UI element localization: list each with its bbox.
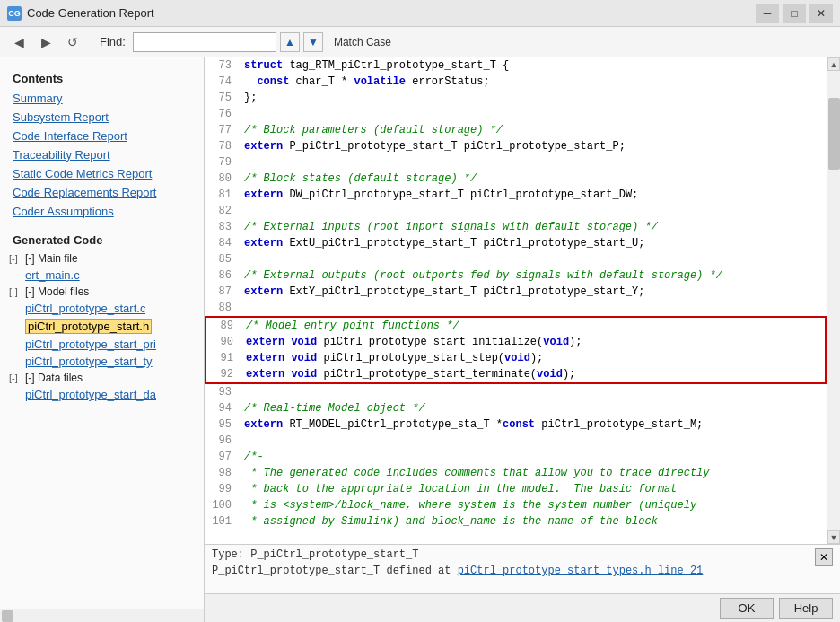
line-num-81: 81 xyxy=(205,187,241,203)
line-code-78: extern P_piCtrl_prototype_start_T piCtrl… xyxy=(241,138,827,154)
code-line-87: 87extern ExtY_piCtrl_prototype_start_T p… xyxy=(205,284,827,300)
main-files-toggle[interactable]: [-] [-] Main file xyxy=(0,250,204,267)
nav-link-traceability-report[interactable]: Traceability Report xyxy=(0,145,204,164)
line-num-73: 73 xyxy=(205,57,241,74)
left-panel: Contents SummarySubsystem ReportCode Int… xyxy=(0,57,205,622)
line-code-94: /* Real-time Model object */ xyxy=(241,400,827,416)
code-line-90: 90extern void piCtrl_prototype_start_ini… xyxy=(206,334,825,350)
line-num-82: 82 xyxy=(205,203,241,219)
ok-button[interactable]: OK xyxy=(720,598,774,619)
model-files-toggle-icon: [-] xyxy=(9,286,22,297)
line-num-97: 97 xyxy=(205,449,241,465)
line-num-84: 84 xyxy=(205,235,241,251)
line-num-78: 78 xyxy=(205,138,241,154)
line-num-95: 95 xyxy=(205,416,241,433)
code-line-88: 88 xyxy=(205,300,827,316)
file-ert-main[interactable]: ert_main.c xyxy=(0,267,204,284)
nav-link-code-interface-report[interactable]: Code Interface Report xyxy=(0,127,204,145)
line-num-74: 74 xyxy=(205,74,241,90)
title-bar: CG Code Generation Report ─ □ ✕ xyxy=(0,0,840,27)
line-num-89: 89 xyxy=(206,318,242,334)
code-line-85: 85 xyxy=(205,251,827,267)
model-files-toggle[interactable]: [-] [-] Model files xyxy=(0,284,204,300)
find-down-button[interactable]: ▼ xyxy=(303,32,323,52)
vscroll-down[interactable]: ▼ xyxy=(827,530,840,544)
code-line-91: 91extern void piCtrl_prototype_start_ste… xyxy=(206,350,825,366)
line-code-90: extern void piCtrl_prototype_start_initi… xyxy=(242,334,825,350)
line-num-85: 85 xyxy=(205,251,241,267)
code-line-101: 101 * assigned by Simulink) and block_na… xyxy=(205,513,827,530)
line-num-80: 80 xyxy=(205,171,241,187)
info-definition-link[interactable]: piCtrl_prototype_start_types.h line 21 xyxy=(458,565,704,577)
line-code-100: * is <system>/block_name, where system i… xyxy=(241,497,827,513)
line-num-91: 91 xyxy=(206,350,242,366)
code-line-76: 76 xyxy=(205,106,827,122)
line-num-100: 100 xyxy=(205,497,241,513)
code-line-84: 84extern ExtU_piCtrl_prototype_start_T p… xyxy=(205,235,827,251)
nav-link-subsystem-report[interactable]: Subsystem Report xyxy=(0,108,204,127)
refresh-button[interactable]: ↺ xyxy=(61,31,84,54)
maximize-button[interactable]: □ xyxy=(783,4,806,23)
find-input[interactable] xyxy=(133,32,276,52)
line-num-87: 87 xyxy=(205,284,241,300)
vscroll-track xyxy=(827,71,840,530)
minimize-button[interactable]: ─ xyxy=(756,4,779,23)
line-code-92: extern void piCtrl_prototype_start_termi… xyxy=(242,366,825,382)
code-line-98: 98 * The generated code includes comment… xyxy=(205,465,827,481)
line-num-75: 75 xyxy=(205,90,241,106)
model-files: piCtrl_prototype_start.cpiCtrl_prototype… xyxy=(0,300,204,370)
match-case-button[interactable]: Match Case xyxy=(327,32,398,52)
line-num-92: 92 xyxy=(206,366,242,382)
line-num-79: 79 xyxy=(205,154,241,171)
title-bar-controls: ─ □ ✕ xyxy=(756,4,833,23)
main-files-toggle-icon: [-] xyxy=(9,253,22,264)
find-up-button[interactable]: ▲ xyxy=(280,32,300,52)
highlight-box: 89/* Model entry point functions */90ext… xyxy=(205,316,827,384)
left-hscroll[interactable] xyxy=(0,609,204,622)
generated-code-section: Generated Code [-] [-] Main file ert_mai… xyxy=(0,230,204,403)
file-pictrl-start-da[interactable]: piCtrl_prototype_start_da xyxy=(0,386,204,403)
data-files-toggle[interactable]: [-] [-] Data files xyxy=(0,370,204,386)
generated-code-title: Generated Code xyxy=(0,230,204,250)
file-pictrl-start-c[interactable]: piCtrl_prototype_start.c xyxy=(0,300,204,317)
line-code-80: /* Block states (default storage) */ xyxy=(241,171,827,187)
nav-link-summary[interactable]: Summary xyxy=(0,89,204,108)
close-button[interactable]: ✕ xyxy=(809,4,833,23)
nav-link-coder-assumptions[interactable]: Coder Assumptions xyxy=(0,202,204,221)
forward-button[interactable]: ▶ xyxy=(34,31,57,54)
nav-link-static-code-metrics[interactable]: Static Code Metrics Report xyxy=(0,164,204,183)
file-pictrl-start-h[interactable]: piCtrl_prototype_start.h xyxy=(0,317,204,336)
line-code-101: * assigned by Simulink) and block_name i… xyxy=(241,513,827,530)
code-line-97: 97/*- xyxy=(205,449,827,465)
code-content: 73struct tag_RTM_piCtrl_prototype_start_… xyxy=(205,57,827,530)
line-code-98: * The generated code includes comments t… xyxy=(241,465,827,481)
code-line-100: 100 * is <system>/block_name, where syst… xyxy=(205,497,827,513)
code-scroll[interactable]: 73struct tag_RTM_piCtrl_prototype_start_… xyxy=(205,57,827,544)
line-num-88: 88 xyxy=(205,300,241,316)
info-bar-close-button[interactable]: ✕ xyxy=(815,548,833,566)
main-files: ert_main.c xyxy=(0,267,204,284)
right-vscroll[interactable]: ▲ ▼ xyxy=(827,57,840,544)
data-files: piCtrl_prototype_start_da xyxy=(0,386,204,403)
nav-link-code-replacements[interactable]: Code Replacements Report xyxy=(0,183,204,202)
vscroll-up[interactable]: ▲ xyxy=(827,57,840,71)
file-pictrl-start-ty[interactable]: piCtrl_prototype_start_ty xyxy=(0,353,204,370)
model-files-label: [-] Model files xyxy=(25,285,89,298)
help-button[interactable]: Help xyxy=(779,598,833,619)
code-line-73: 73struct tag_RTM_piCtrl_prototype_start_… xyxy=(205,57,827,74)
info-bar: ✕ Type: P_piCtrl_prototype_start_T P_piC… xyxy=(205,544,840,593)
bottom-bar: OK Help xyxy=(205,593,840,622)
data-files-toggle-icon: [-] xyxy=(9,372,22,383)
app-icon: CG xyxy=(7,6,22,21)
back-button[interactable]: ◀ xyxy=(7,31,31,54)
vscroll-thumb xyxy=(828,98,840,170)
code-line-80: 80/* Block states (default storage) */ xyxy=(205,171,827,187)
code-line-81: 81extern DW_piCtrl_prototype_start_T piC… xyxy=(205,187,827,203)
line-num-98: 98 xyxy=(205,465,241,481)
code-line-83: 83/* External inputs (root inport signal… xyxy=(205,219,827,235)
line-code-99: * back to the appropriate location in th… xyxy=(241,481,827,497)
code-line-75: 75}; xyxy=(205,90,827,106)
file-pictrl-start-pri[interactable]: piCtrl_prototype_start_pri xyxy=(0,336,204,353)
nav-links: SummarySubsystem ReportCode Interface Re… xyxy=(0,89,204,221)
line-code-95: extern RT_MODEL_piCtrl_prototype_sta_T *… xyxy=(241,416,827,433)
